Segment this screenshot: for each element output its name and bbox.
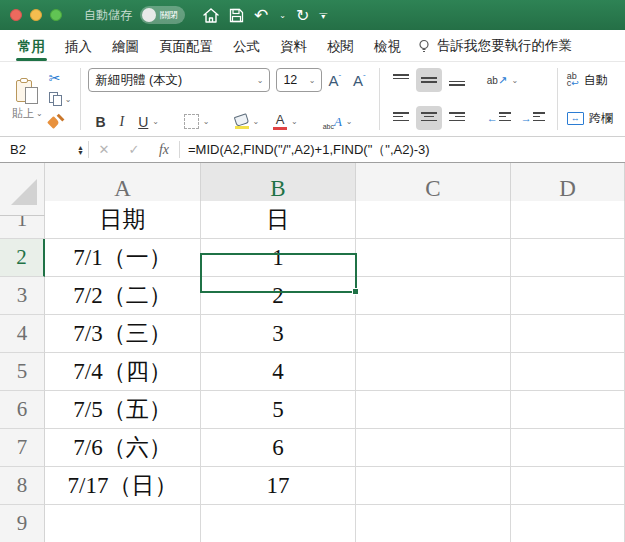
selected-cell-outline[interactable] <box>200 253 357 293</box>
orientation-button[interactable]: ab↗ ⌄ <box>482 71 524 89</box>
copy-dropdown-icon[interactable]: ⌄ <box>65 95 72 104</box>
font-color-button[interactable]: A ⌄ <box>266 114 305 131</box>
decrease-font-size-button[interactable]: Aˇ <box>347 72 372 89</box>
close-window-button[interactable] <box>10 9 22 21</box>
cell-b7[interactable]: 6 <box>201 429 356 467</box>
zoom-window-button[interactable] <box>50 9 62 21</box>
undo-icon[interactable]: ↶ <box>254 5 268 26</box>
underline-button[interactable]: U ⌄ <box>131 114 166 130</box>
name-box[interactable]: B2 ▲▼ <box>0 137 88 162</box>
font-color-dropdown-icon[interactable]: ⌄ <box>291 117 298 126</box>
format-painter-button[interactable] <box>49 111 72 129</box>
row-header-3[interactable]: 3 <box>0 277 45 315</box>
tab-home[interactable]: 常用 <box>8 31 55 61</box>
cell-d6[interactable] <box>511 391 625 429</box>
increase-indent-button[interactable]: → <box>516 112 550 124</box>
underline-dropdown-icon[interactable]: ⌄ <box>152 117 159 126</box>
cell-c7[interactable] <box>356 429 511 467</box>
row-header-8[interactable]: 8 <box>0 467 45 505</box>
row-header-5[interactable]: 5 <box>0 353 45 391</box>
paste-dropdown-icon[interactable]: ⌄ <box>36 109 43 118</box>
cell-d1[interactable] <box>511 201 625 239</box>
wrap-text-button[interactable]: abc↩ 自動 <box>567 68 613 92</box>
save-icon[interactable] <box>229 8 244 23</box>
cell-a2[interactable]: 7/1（一） <box>45 239 201 277</box>
redo-icon[interactable]: ↻ <box>296 6 309 25</box>
cell-d7[interactable] <box>511 429 625 467</box>
cell-a1[interactable]: 日期 <box>45 201 201 239</box>
italic-button[interactable]: I <box>113 114 132 130</box>
insert-function-icon[interactable]: fx <box>149 137 179 162</box>
cell-a5[interactable]: 7/4（四） <box>45 353 201 391</box>
cell-c4[interactable] <box>356 315 511 353</box>
row-header-6[interactable]: 6 <box>0 391 45 429</box>
merge-center-button[interactable]: ↔ 跨欄 <box>567 106 613 130</box>
phonetic-dropdown-icon[interactable]: ⌄ <box>346 117 353 126</box>
formula-input[interactable]: =MID(A2,FIND("/",A2)+1,FIND("（",A2)-3) <box>180 137 625 162</box>
orientation-dropdown-icon[interactable]: ⌄ <box>512 76 519 85</box>
paste-button[interactable]: 貼上 ⌄ <box>8 66 47 132</box>
cell-a8[interactable]: 7/17（日） <box>45 467 201 505</box>
row-header-9[interactable]: 9 <box>0 505 45 542</box>
row-header-7[interactable]: 7 <box>0 429 45 467</box>
home-icon[interactable] <box>203 8 219 23</box>
confirm-entry-icon[interactable]: ✓ <box>119 137 149 162</box>
cell-d4[interactable] <box>511 315 625 353</box>
cell-a9[interactable] <box>45 505 201 542</box>
cell-b6[interactable]: 5 <box>201 391 356 429</box>
align-right-button[interactable] <box>444 106 470 130</box>
borders-dropdown-icon[interactable]: ⌄ <box>203 117 210 126</box>
cell-a3[interactable]: 7/2（二） <box>45 277 201 315</box>
cell-a4[interactable]: 7/3（三） <box>45 315 201 353</box>
cell-c8[interactable] <box>356 467 511 505</box>
cell-d9[interactable] <box>511 505 625 542</box>
fill-handle[interactable] <box>352 288 359 295</box>
cell-d3[interactable] <box>511 277 625 315</box>
phonetic-guide-button[interactable]: abcA ⌄ <box>316 114 360 130</box>
tab-data[interactable]: 資料 <box>270 31 317 61</box>
cut-button[interactable]: ✂ <box>49 69 72 87</box>
undo-dropdown-icon[interactable]: ⌄ <box>279 11 286 20</box>
tab-insert[interactable]: 插入 <box>55 31 102 61</box>
cell-d2[interactable] <box>511 239 625 277</box>
cell-c1[interactable] <box>356 201 511 239</box>
cell-b9[interactable] <box>201 505 356 542</box>
align-left-button[interactable] <box>388 106 414 130</box>
borders-button[interactable]: ⌄ <box>177 114 217 130</box>
row-header-2[interactable]: 2 <box>0 239 45 277</box>
bold-button[interactable]: B <box>88 114 112 130</box>
tell-me-box[interactable]: 告訴我您要執行的作業 <box>417 37 572 55</box>
font-name-combobox[interactable]: 新細明體 (本文) ⌄ <box>88 68 270 92</box>
name-box-stepper[interactable]: ▲▼ <box>77 145 84 155</box>
tab-page-layout[interactable]: 頁面配置 <box>149 31 223 61</box>
increase-font-size-button[interactable]: Aˆ <box>322 72 347 89</box>
autosave-control[interactable]: 自動儲存 關閉 <box>84 6 185 24</box>
select-all-corner[interactable] <box>0 163 45 216</box>
cancel-entry-icon[interactable]: ✕ <box>89 137 119 162</box>
cell-d8[interactable] <box>511 467 625 505</box>
cell-c6[interactable] <box>356 391 511 429</box>
align-top-button[interactable] <box>388 68 414 92</box>
cell-c5[interactable] <box>356 353 511 391</box>
align-middle-button[interactable] <box>416 68 442 92</box>
fill-color-dropdown-icon[interactable]: ⌄ <box>252 117 259 126</box>
cell-c2[interactable] <box>356 239 511 277</box>
row-header-4[interactable]: 4 <box>0 315 45 353</box>
cell-b1[interactable]: 日 <box>201 201 356 239</box>
cell-c9[interactable] <box>356 505 511 542</box>
align-center-button[interactable] <box>416 106 442 130</box>
copy-button[interactable]: ⌄ <box>49 90 72 108</box>
tab-draw[interactable]: 繪圖 <box>102 31 149 61</box>
align-bottom-button[interactable] <box>444 68 470 92</box>
cell-a6[interactable]: 7/5（五） <box>45 391 201 429</box>
cell-b5[interactable]: 4 <box>201 353 356 391</box>
cell-b8[interactable]: 17 <box>201 467 356 505</box>
tab-formulas[interactable]: 公式 <box>223 31 270 61</box>
quick-access-customize-icon[interactable]: —▾ <box>319 11 327 19</box>
tab-view[interactable]: 檢視 <box>364 31 411 61</box>
fill-color-button[interactable]: ⌄ <box>228 114 267 130</box>
cell-b4[interactable]: 3 <box>201 315 356 353</box>
cell-a7[interactable]: 7/6（六） <box>45 429 201 467</box>
cell-c3[interactable] <box>356 277 511 315</box>
font-size-combobox[interactable]: 12 ⌄ <box>276 68 322 92</box>
